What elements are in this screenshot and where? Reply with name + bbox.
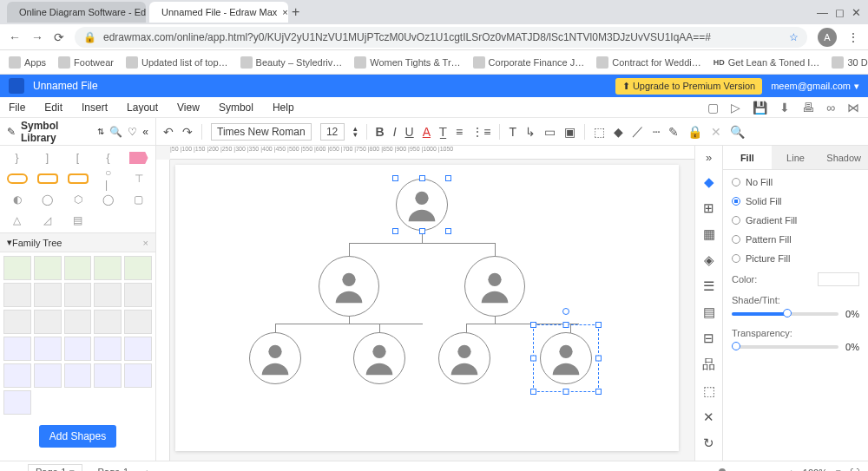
font-color-icon[interactable]: A: [423, 125, 431, 139]
theme-icon[interactable]: ⊞: [703, 200, 714, 216]
brace-shape[interactable]: {: [95, 149, 122, 167]
resize-handle[interactable]: [530, 389, 536, 395]
shape-thumb[interactable]: [94, 337, 122, 361]
person-node[interactable]: [396, 179, 448, 231]
export-icon[interactable]: ⬚: [703, 383, 715, 399]
page-selector[interactable]: Page-1 ▾: [28, 464, 82, 471]
close-category-icon[interactable]: ×: [143, 238, 148, 248]
transparency-slider[interactable]: [732, 345, 838, 349]
size-stepper-icon[interactable]: ▴▾: [353, 126, 358, 138]
search-icon[interactable]: 🔍: [109, 126, 122, 138]
brace-shape[interactable]: }: [3, 149, 30, 167]
history-icon[interactable]: ↻: [703, 435, 714, 451]
settings-icon[interactable]: ✕: [711, 125, 721, 139]
list-icon[interactable]: ⋮≡: [471, 125, 490, 139]
shape-thumb[interactable]: [3, 363, 31, 388]
fill-option-gradient[interactable]: Gradient Fill: [732, 215, 859, 226]
menu-file[interactable]: File: [9, 101, 25, 114]
shape-thumb[interactable]: [94, 256, 122, 280]
minimize-icon[interactable]: —: [817, 6, 828, 19]
resize-handle[interactable]: [595, 322, 602, 328]
text-tool-icon[interactable]: T: [509, 125, 516, 139]
bookmark-item[interactable]: Beauty – Styledriv…: [240, 56, 343, 69]
collapse-right-icon[interactable]: »: [706, 151, 712, 164]
shape-rect-icon[interactable]: ▭: [544, 125, 556, 139]
arrange-icon[interactable]: ⬚: [594, 125, 605, 139]
bookmark-item[interactable]: HDGet Lean & Toned I…: [713, 57, 820, 68]
zoom-dropdown-icon[interactable]: ▾: [836, 467, 841, 471]
bracket-shape[interactable]: ]: [34, 149, 61, 167]
fill-panel-icon[interactable]: ◆: [704, 174, 714, 190]
image-icon[interactable]: ▣: [564, 125, 575, 139]
fill-option-solid[interactable]: Solid Fill: [732, 196, 859, 206]
collapse-panel-icon[interactable]: «: [142, 126, 148, 138]
maximize-icon[interactable]: ◻: [835, 6, 845, 19]
bookmark-item[interactable]: Footwear: [58, 56, 114, 69]
shape-thumb[interactable]: [3, 256, 31, 280]
connector[interactable]: [275, 324, 423, 324]
lollipop-shape[interactable]: ◯: [34, 191, 61, 208]
resize-handle[interactable]: [595, 356, 602, 362]
resize-handle[interactable]: [595, 389, 602, 395]
close-icon[interactable]: ×: [282, 7, 287, 17]
shape-thumb[interactable]: [3, 390, 31, 415]
resize-handle[interactable]: [563, 322, 569, 328]
shape-thumb[interactable]: [94, 283, 122, 307]
shape-thumb[interactable]: [124, 283, 152, 307]
data-icon[interactable]: ⊟: [703, 330, 714, 346]
canvas-area[interactable]: |50 |100 |150 |200 |250 |300 |350 |400 |…: [156, 146, 694, 461]
connector-icon[interactable]: ↳: [525, 125, 536, 139]
bookmark-item[interactable]: 30 Day Fitness Chal…: [832, 56, 868, 69]
shade-slider[interactable]: [732, 312, 838, 316]
resize-handle[interactable]: [530, 322, 536, 328]
close-window-icon[interactable]: ✕: [852, 6, 861, 19]
bookmark-star-icon[interactable]: ☆: [789, 31, 799, 43]
shape-thumb[interactable]: [64, 337, 92, 361]
shape-thumb[interactable]: [94, 363, 122, 388]
browser-menu-icon[interactable]: ⋮: [847, 30, 859, 44]
menu-symbol[interactable]: Symbol: [219, 101, 253, 114]
rotate-handle[interactable]: [562, 308, 569, 315]
font-size-select[interactable]: 12: [320, 123, 345, 141]
share-icon[interactable]: ∞: [826, 101, 835, 114]
bookmark-item[interactable]: Contract for Weddi…: [596, 56, 701, 69]
person-node[interactable]: [249, 332, 301, 384]
shuffle-icon[interactable]: ✕: [703, 409, 714, 425]
layers-icon[interactable]: ☰: [703, 278, 714, 294]
shape-thumb[interactable]: [124, 310, 152, 334]
person-node[interactable]: [438, 332, 490, 384]
tree-icon[interactable]: 品: [702, 357, 715, 373]
shape-thumb[interactable]: [34, 256, 62, 280]
page-tab[interactable]: Page-1: [93, 465, 134, 472]
profile-avatar[interactable]: A: [818, 28, 837, 47]
favorite-icon[interactable]: ♡: [128, 126, 137, 138]
underline-icon[interactable]: U: [405, 125, 414, 139]
redo-icon[interactable]: ↷: [182, 125, 193, 139]
undo-icon[interactable]: ↶: [163, 125, 174, 139]
shape-thumb[interactable]: [34, 310, 62, 334]
add-page-icon[interactable]: +: [144, 468, 149, 472]
category-header[interactable]: ▾ Family Tree ×: [0, 232, 155, 252]
user-menu[interactable]: meem@gmail.com▾: [771, 81, 859, 92]
shape-thumb[interactable]: [3, 337, 31, 361]
shape-thumb[interactable]: [64, 310, 92, 334]
resize-handle[interactable]: [530, 356, 536, 362]
new-tab-button[interactable]: +: [292, 4, 299, 20]
pages-icon[interactable]: ▭: [9, 467, 17, 471]
collapse-icon[interactable]: ⇅: [97, 127, 104, 136]
shape-thumb[interactable]: [64, 283, 92, 307]
shape-thumb[interactable]: [64, 256, 92, 280]
upgrade-premium-button[interactable]: ⬆ Upgrade to Premium Version: [615, 78, 762, 95]
pill-shape[interactable]: [64, 170, 91, 187]
shape-thumb[interactable]: [94, 310, 122, 334]
pill-shape[interactable]: [3, 170, 30, 187]
browser-tab-1[interactable]: Unnamed File - Edraw Max×: [149, 2, 288, 23]
add-shapes-button[interactable]: Add Shapes: [39, 425, 116, 448]
font-family-select[interactable]: Times New Roman: [211, 123, 312, 141]
back-icon[interactable]: ←: [9, 30, 21, 44]
shape-thumb[interactable]: [34, 283, 62, 307]
lock-icon[interactable]: 🔒: [687, 125, 702, 139]
hexagon-shape[interactable]: ⬡: [64, 191, 91, 208]
tab-shadow[interactable]: Shadow: [819, 146, 868, 169]
person-node[interactable]: [319, 256, 379, 317]
